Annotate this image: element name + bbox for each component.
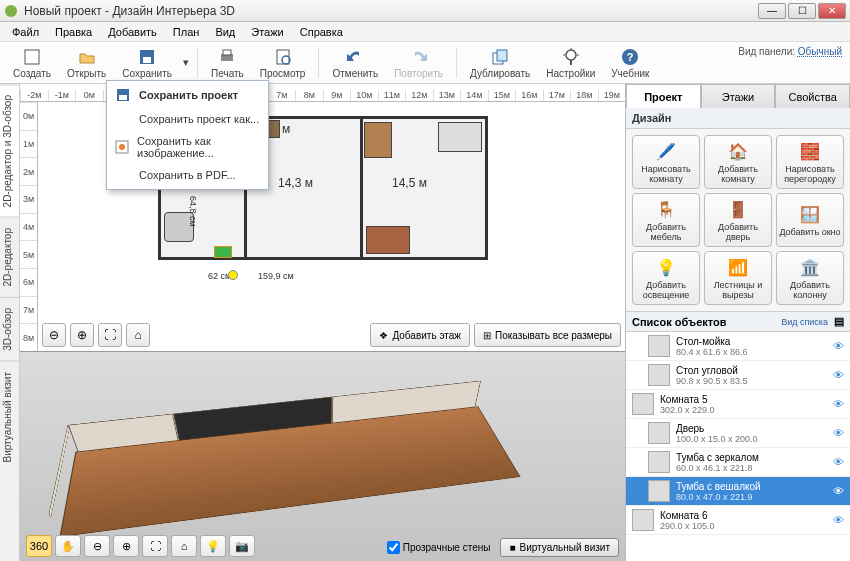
design-button[interactable]: 🪟Добавить окно	[776, 193, 844, 247]
add-floor-button[interactable]: ❖Добавить этаж	[370, 323, 470, 347]
object-item[interactable]: Тумба с вешалкой80.0 x 47.0 x 221.9👁	[626, 477, 850, 506]
side-tabs: 2D-редактор и 3D-обзор2D-редактор3D-обзо…	[0, 84, 20, 561]
furniture-item[interactable]	[366, 226, 410, 254]
object-thumb	[648, 451, 670, 473]
tutorial-button[interactable]: ?Учебник	[604, 44, 656, 82]
visibility-icon[interactable]: 👁	[833, 485, 844, 497]
dimension-label: 64,8 см	[188, 196, 198, 227]
design-button[interactable]: 💡Добавить освещение	[632, 251, 700, 305]
object-item[interactable]: Комната 6290.0 x 105.0👁	[626, 506, 850, 535]
visibility-icon[interactable]: 👁	[833, 398, 844, 410]
save-option[interactable]: Сохранить в PDF...	[109, 163, 266, 187]
panel-mode-link[interactable]: Обычный	[798, 46, 842, 57]
design-button[interactable]: 🏛️Добавить колонну	[776, 251, 844, 305]
visibility-icon[interactable]: 👁	[833, 456, 844, 468]
side-tab[interactable]: Виртуальный визит	[0, 361, 19, 473]
duplicate-button[interactable]: Дублировать	[463, 44, 537, 82]
object-item[interactable]: Стол угловой90.8 x 90.5 x 83.5👁	[626, 361, 850, 390]
undo-button[interactable]: Отменить	[325, 44, 385, 82]
zoom-in-3d-button[interactable]: ⊕	[113, 535, 139, 557]
maximize-button[interactable]: ☐	[788, 3, 816, 19]
zoom-out-button[interactable]: ⊖	[42, 323, 66, 347]
canvas-3d[interactable]: 360 ✋ ⊖ ⊕ ⛶ ⌂ 💡 📷 Прозрачные стены ■Вирт…	[20, 351, 625, 561]
preview-button[interactable]: Просмотр	[253, 44, 313, 82]
design-icon: 💡	[655, 256, 677, 278]
redo-button[interactable]: Повторить	[387, 44, 450, 82]
ruler-icon: ⊞	[483, 330, 491, 341]
orbit-button[interactable]: 360	[26, 535, 52, 557]
design-icon: 🪑	[655, 198, 677, 220]
menu-Добавить[interactable]: Добавить	[102, 24, 163, 40]
svg-rect-15	[119, 95, 127, 100]
home-3d-button[interactable]: ⌂	[171, 535, 197, 557]
pan-button[interactable]: ✋	[55, 535, 81, 557]
svg-text:?: ?	[627, 51, 634, 63]
camera-button[interactable]: 📷	[229, 535, 255, 557]
object-item[interactable]: Стол-мойка80.4 x 61.6 x 86.6👁	[626, 332, 850, 361]
visibility-icon[interactable]: 👁	[833, 369, 844, 381]
save-option-icon	[115, 111, 131, 127]
object-item[interactable]: Комната 5302.0 x 229.0👁	[626, 390, 850, 419]
menu-Файл[interactable]: Файл	[6, 24, 45, 40]
transparent-walls-checkbox[interactable]: Прозрачные стены	[387, 541, 491, 554]
close-button[interactable]: ✕	[818, 3, 846, 19]
object-item[interactable]: Тумба с зеркалом60.0 x 46.1 x 221.8👁	[626, 448, 850, 477]
save-option[interactable]: Сохранить проект	[109, 83, 266, 107]
window-title: Новый проект - Дизайн Интерьера 3D	[24, 4, 758, 18]
furniture-item[interactable]	[364, 122, 392, 158]
room-label-3: 14,5 м	[392, 176, 427, 190]
list-options-icon[interactable]: ▤	[834, 315, 844, 328]
side-tab[interactable]: 3D-обзор	[0, 297, 19, 361]
minimize-button[interactable]: —	[758, 3, 786, 19]
design-button[interactable]: 🏠Добавить комнату	[704, 135, 772, 189]
rp-tab[interactable]: Проект	[626, 84, 701, 108]
design-button[interactable]: 🧱Нарисовать перегородку	[776, 135, 844, 189]
furniture-bed[interactable]	[438, 122, 482, 152]
svg-rect-3	[143, 57, 151, 63]
view-list-link[interactable]: Вид списка	[781, 317, 828, 327]
virtual-visit-button[interactable]: ■Виртуальный визит	[500, 538, 619, 557]
design-button[interactable]: 🚪Добавить дверь	[704, 193, 772, 247]
save-option[interactable]: Сохранить как изображение...	[109, 131, 266, 163]
visibility-icon[interactable]: 👁	[833, 427, 844, 439]
side-tab[interactable]: 2D-редактор и 3D-обзор	[0, 84, 19, 217]
visibility-icon[interactable]: 👁	[833, 340, 844, 352]
light-button[interactable]: 💡	[200, 535, 226, 557]
visibility-icon[interactable]: 👁	[833, 514, 844, 526]
app-icon	[4, 4, 18, 18]
rp-tab[interactable]: Свойства	[775, 84, 850, 108]
camera-marker[interactable]	[228, 270, 238, 280]
svg-point-0	[5, 5, 17, 17]
menubar: ФайлПравкаДобавитьПланВидЭтажиСправка	[0, 22, 850, 42]
print-button[interactable]: Печать	[204, 44, 251, 82]
selected-object[interactable]	[214, 246, 232, 258]
create-button[interactable]: Создать	[6, 44, 58, 82]
zoom-out-3d-button[interactable]: ⊖	[84, 535, 110, 557]
object-item[interactable]: Дверь100.0 x 15.0 x 200.0👁	[626, 419, 850, 448]
open-button[interactable]: Открыть	[60, 44, 113, 82]
design-button[interactable]: 📶Лестницы и вырезы	[704, 251, 772, 305]
menu-План[interactable]: План	[167, 24, 206, 40]
save-option[interactable]: Сохранить проект как...	[109, 107, 266, 131]
fit-3d-button[interactable]: ⛶	[142, 535, 168, 557]
menu-Правка[interactable]: Правка	[49, 24, 98, 40]
menu-Этажи[interactable]: Этажи	[245, 24, 289, 40]
settings-button[interactable]: Настройки	[539, 44, 602, 82]
zoom-in-button[interactable]: ⊕	[70, 323, 94, 347]
home-button[interactable]: ⌂	[126, 323, 150, 347]
right-panel: ПроектЭтажиСвойства Дизайн 🖊️Нарисовать …	[625, 84, 850, 561]
save-dropdown-toggle[interactable]: ▾	[181, 50, 191, 76]
design-button[interactable]: 🪑Добавить мебель	[632, 193, 700, 247]
show-sizes-button[interactable]: ⊞Показывать все размеры	[474, 323, 621, 347]
save-dropdown-menu: Сохранить проектСохранить проект как...С…	[106, 80, 269, 190]
fit-button[interactable]: ⛶	[98, 323, 122, 347]
ruler-vertical: 0м1м2м3м4м5м6м7м8м	[20, 102, 38, 351]
rp-tab[interactable]: Этажи	[701, 84, 776, 108]
side-tab[interactable]: 2D-редактор	[0, 217, 19, 297]
svg-point-10	[566, 50, 576, 60]
design-button[interactable]: 🖊️Нарисовать комнату	[632, 135, 700, 189]
menu-Вид[interactable]: Вид	[209, 24, 241, 40]
save-button[interactable]: Сохранить	[115, 44, 179, 82]
svg-point-17	[119, 144, 125, 150]
menu-Справка[interactable]: Справка	[294, 24, 349, 40]
